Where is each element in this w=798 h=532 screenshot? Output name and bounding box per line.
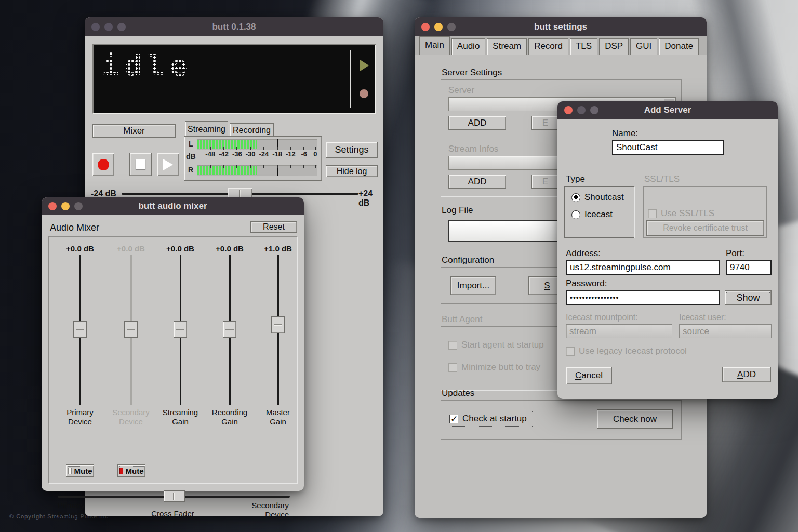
meter-tick [303, 165, 304, 168]
minimize-icon[interactable] [434, 23, 443, 31]
port-input[interactable]: 9740 [726, 260, 772, 275]
check-at-startup-checkbox-row[interactable]: Check at startup [446, 411, 532, 426]
revoke-certificate-button[interactable]: Revoke certificate trust [646, 220, 764, 236]
minimize-tray-checkbox-row[interactable]: Minimize butt to tray [448, 362, 540, 373]
start-agent-checkbox-row[interactable]: Start agent at startup [448, 340, 544, 350]
mixer-titlebar[interactable]: butt audio mixer [42, 197, 304, 215]
channel-slider-handle[interactable] [73, 321, 87, 338]
meter-tick [210, 147, 211, 150]
channel-slider-track[interactable] [124, 255, 138, 405]
traffic-lights [564, 106, 598, 114]
channel-slider-track[interactable] [174, 255, 187, 405]
checkbox-label: Use SSL/TLS [661, 208, 714, 219]
checkbox-icon[interactable] [448, 363, 457, 372]
checkbox-label: Start agent at startup [461, 340, 544, 350]
password-label: Password: [566, 278, 607, 289]
dialog-titlebar[interactable]: Add Server [557, 101, 778, 119]
tab-audio[interactable]: Audio [451, 38, 485, 55]
channel-slider-track[interactable] [271, 255, 285, 405]
checkbox-icon[interactable] [648, 209, 657, 218]
checkbox-icon[interactable] [448, 341, 457, 350]
channel-slider-track[interactable] [223, 255, 236, 405]
close-icon[interactable] [48, 202, 57, 210]
tab-recording[interactable]: Recording [230, 123, 274, 137]
legacy-protocol-checkbox-row[interactable]: Use legacy Icecast protocol [566, 346, 687, 356]
mixer-button[interactable]: Mixer [92, 124, 176, 138]
meter-tick [263, 147, 264, 150]
meter-db-label: dB [186, 152, 196, 161]
stop-button[interactable] [129, 153, 152, 176]
tab-dsp[interactable]: DSP [599, 38, 629, 55]
channel-slider-handle[interactable] [124, 321, 138, 338]
settings-button[interactable]: Settings [326, 142, 378, 158]
channel-slider-handle[interactable] [223, 321, 236, 338]
channel-slider-handle[interactable] [271, 316, 285, 333]
radio-selected-icon[interactable] [571, 193, 580, 202]
channel-label: Master Gain [266, 408, 290, 426]
cancel-button[interactable]: Cancel [566, 367, 612, 384]
tab-donate[interactable]: Donate [659, 38, 699, 55]
tab-tls[interactable]: TLS [570, 38, 597, 55]
zoom-icon[interactable] [74, 202, 83, 210]
zoom-icon[interactable] [590, 106, 598, 114]
close-icon[interactable] [564, 106, 573, 114]
hide-log-button[interactable]: Hide log [326, 165, 378, 177]
tab-streaming[interactable]: Streaming [185, 121, 228, 137]
tab-stream[interactable]: Stream [487, 38, 527, 55]
ssl-tls-label: SSL/TLS [644, 174, 680, 184]
meter-right-label: R [188, 166, 193, 174]
close-icon[interactable] [91, 23, 100, 31]
meter-scale-label: -36 [232, 150, 242, 158]
check-now-button[interactable]: Check now [597, 409, 673, 429]
tab-gui[interactable]: GUI [630, 38, 657, 55]
server-add-button[interactable]: ADD [448, 116, 506, 130]
meter-scale-label: -12 [286, 150, 296, 158]
channel-slider-handle[interactable] [174, 321, 187, 338]
address-label: Address: [566, 248, 601, 259]
zoom-icon[interactable] [117, 23, 126, 31]
crossfader-handle[interactable] [164, 490, 185, 502]
shoutcast-radio-row[interactable]: Shoutcast [571, 192, 624, 203]
password-input[interactable]: •••••••••••••••• [566, 290, 720, 305]
minimize-icon[interactable] [61, 202, 70, 210]
lcd-divider [350, 50, 351, 108]
settings-titlebar[interactable]: butt settings [415, 17, 707, 36]
meter-tick [277, 165, 278, 168]
minimize-icon[interactable] [577, 106, 586, 114]
meter-scale-label: -18 [272, 150, 282, 158]
stream-add-button[interactable]: ADD [448, 175, 506, 189]
checkbox-icon[interactable] [566, 347, 575, 356]
type-group: Shoutcast Icecast [564, 186, 634, 238]
record-button[interactable] [92, 153, 114, 176]
reset-button[interactable]: Reset [250, 221, 297, 233]
main-window-titlebar[interactable]: butt 0.1.38 [85, 17, 383, 36]
address-input[interactable]: us12.streamingpulse.com [566, 260, 720, 275]
stop-icon [136, 159, 145, 169]
icecast-user-input[interactable]: source [679, 324, 772, 338]
meter-scale-label: 0 [313, 150, 317, 158]
channel-slider-track[interactable] [73, 255, 87, 405]
mute-button-1[interactable]: Mute [66, 464, 94, 477]
zoom-icon[interactable] [447, 23, 456, 31]
mountpoint-input[interactable]: stream [566, 324, 672, 338]
checkbox-checked-icon[interactable] [449, 415, 458, 423]
meter-scale-label: -30 [246, 150, 256, 158]
channel-value: +1.0 dB [264, 244, 292, 253]
add-button[interactable]: ADD [722, 367, 771, 382]
meter-bar-right [197, 165, 317, 176]
mute-button-2[interactable]: Mute [117, 464, 145, 477]
channel-value: +0.0 dB [216, 244, 244, 253]
close-icon[interactable] [421, 23, 430, 31]
meter-scale-label: -6 [301, 150, 307, 158]
name-input[interactable]: ShoutCast [612, 140, 724, 155]
icecast-radio-row[interactable]: Icecast [571, 209, 613, 220]
meter-tick [223, 165, 224, 168]
play-button[interactable] [157, 153, 179, 176]
radio-icon[interactable] [571, 210, 580, 219]
tab-record[interactable]: Record [528, 38, 568, 55]
show-password-button[interactable]: Show [725, 290, 772, 305]
import-button[interactable]: Import... [450, 276, 496, 295]
tab-main[interactable]: Main [419, 36, 450, 55]
use-ssl-checkbox-row[interactable]: Use SSL/TLS [648, 208, 714, 219]
minimize-icon[interactable] [104, 23, 113, 31]
